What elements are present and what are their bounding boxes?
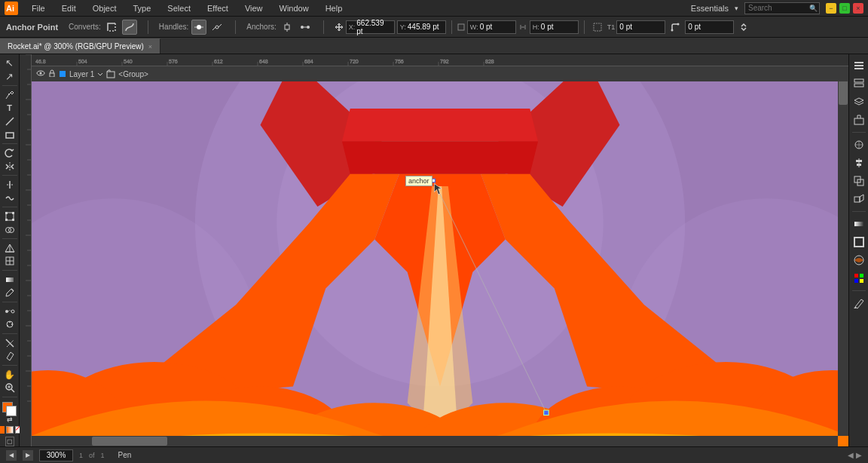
svg-rect-120: [854, 118, 863, 124]
menu-file[interactable]: File: [29, 2, 48, 14]
menu-effect[interactable]: Effect: [204, 2, 231, 14]
anchor-tool-btn[interactable]: [280, 20, 295, 35]
corner-btn[interactable]: [668, 20, 683, 35]
mesh-tool-btn[interactable]: [2, 256, 18, 268]
svg-line-6: [219, 24, 222, 27]
brushes-panel-btn[interactable]: [851, 295, 867, 311]
libraries-panel-btn[interactable]: [851, 75, 867, 92]
eyedropper-btn[interactable]: [2, 287, 18, 299]
zoom-input[interactable]: [39, 449, 73, 461]
swap-colors-btn[interactable]: ⇄: [7, 415, 13, 423]
tab-close-btn[interactable]: ×: [148, 43, 152, 51]
scrollbar-thumb-h[interactable]: [92, 437, 167, 446]
menu-object[interactable]: Object: [90, 2, 120, 14]
transform1-field[interactable]: 0 pt: [616, 20, 665, 34]
appearance-panel-btn[interactable]: [851, 136, 867, 153]
gradient-panel-btn[interactable]: [851, 216, 867, 232]
pen-tool-btn[interactable]: [2, 89, 18, 101]
menu-help[interactable]: Help: [322, 2, 346, 14]
stroke-swatch[interactable]: [6, 406, 17, 416]
type-tool-btn[interactable]: T: [2, 103, 18, 115]
handle-type1-btn[interactable]: [191, 20, 206, 35]
scroll-left-btn[interactable]: ◀: [848, 451, 854, 459]
svg-point-15: [671, 29, 674, 31]
workspace: ↖ ↗ T: [0, 54, 868, 446]
gradient-mode-btn[interactable]: [6, 426, 14, 434]
draw-mode-btn[interactable]: ▢: [5, 437, 14, 446]
nav-next-btn[interactable]: ▶: [23, 450, 33, 461]
y-coord-field[interactable]: Y: 445.89 pt: [397, 20, 446, 34]
svg-rect-116: [854, 65, 863, 66]
warp-tool-btn[interactable]: [2, 192, 18, 204]
menu-type[interactable]: Type: [130, 2, 154, 14]
search-input[interactable]: [744, 2, 820, 14]
color-panel-btn[interactable]: [851, 252, 867, 268]
canvas-area[interactable]: 46.8 504 540 576 612 648 684 720: [32, 54, 848, 446]
blend-tool-btn[interactable]: [2, 305, 18, 317]
free-transform-btn[interactable]: [2, 210, 18, 222]
menu-view[interactable]: View: [242, 2, 266, 14]
svg-rect-133: [854, 279, 858, 283]
move-icon: [335, 23, 344, 32]
align-panel-btn[interactable]: [851, 155, 867, 171]
maximize-button[interactable]: □: [839, 3, 850, 14]
nav-prev-btn[interactable]: ◀: [6, 450, 17, 461]
svg-point-10: [301, 26, 304, 29]
slice-btn[interactable]: [2, 337, 18, 349]
transform-panel-btn[interactable]: [851, 191, 867, 207]
eraser-btn[interactable]: [2, 351, 18, 363]
stroke-panel-btn[interactable]: [851, 234, 867, 250]
pathfinder-panel-btn[interactable]: [851, 173, 867, 189]
svg-text:756: 756: [395, 59, 404, 64]
width-tool-btn[interactable]: [2, 179, 18, 191]
swatches-panel-btn[interactable]: [851, 270, 867, 287]
rect-tool-btn[interactable]: [2, 129, 18, 141]
height-field[interactable]: H: 0 pt: [530, 20, 579, 34]
convert-corner-btn[interactable]: [104, 20, 119, 35]
close-button[interactable]: ×: [853, 3, 863, 14]
essentials-label[interactable]: Essentials: [691, 4, 729, 13]
panel-sep2: [852, 211, 866, 212]
menu-edit[interactable]: Edit: [59, 2, 79, 14]
rotate-tool-btn[interactable]: [2, 147, 18, 159]
menu-select[interactable]: Select: [164, 2, 194, 14]
x-coord-field[interactable]: X: 662.539 pt: [346, 20, 395, 34]
properties-panel-btn[interactable]: [851, 57, 867, 74]
reflect-tool-btn[interactable]: [2, 161, 18, 173]
anchor-connect-btn[interactable]: [298, 20, 313, 35]
hand-tool-btn[interactable]: ✋: [2, 369, 18, 381]
perspective-btn[interactable]: [2, 242, 18, 254]
vertical-scrollbar[interactable]: [838, 66, 848, 436]
document-tab[interactable]: Rocket.ai* @ 300% (RGB/GPU Preview) ×: [0, 38, 160, 54]
symbol-btn[interactable]: [2, 319, 18, 331]
layer-lock[interactable]: [48, 69, 56, 78]
gradient-tool-btn[interactable]: [2, 274, 18, 286]
direct-select-btn[interactable]: ↗: [2, 71, 18, 83]
menu-window[interactable]: Window: [277, 2, 312, 14]
color-mode-btn[interactable]: [0, 426, 5, 434]
layer-visibility-eye[interactable]: [36, 69, 45, 79]
minimize-button[interactable]: −: [826, 3, 836, 14]
horizontal-scrollbar[interactable]: [32, 436, 838, 446]
zoom-tool-btn[interactable]: [2, 382, 18, 394]
handle-type2-btn[interactable]: [209, 20, 225, 35]
essentials-dropdown-icon[interactable]: ▾: [735, 5, 738, 12]
assets-panel-btn[interactable]: [851, 112, 867, 128]
transform-options-btn[interactable]: [590, 20, 605, 35]
layers-panel-btn[interactable]: [851, 94, 867, 110]
y-coord-value: 445.89 pt: [408, 23, 439, 31]
expand-btn[interactable]: [736, 20, 751, 35]
select-tool-btn[interactable]: ↖: [2, 57, 18, 69]
svg-point-41: [7, 325, 8, 327]
convert-smooth-btn[interactable]: [122, 20, 137, 35]
svg-text:612: 612: [214, 59, 223, 64]
svg-text:576: 576: [169, 59, 178, 64]
line-tool-btn[interactable]: [2, 115, 18, 127]
svg-point-17: [8, 94, 10, 95]
width-field[interactable]: W: 0 pt: [467, 20, 516, 34]
canvas[interactable]: anchor: [32, 81, 848, 446]
shape-builder-btn[interactable]: [2, 224, 18, 236]
corner-field[interactable]: 0 pt: [685, 20, 734, 34]
scroll-right-btn[interactable]: ▶: [856, 451, 862, 459]
bottom-nav: ◀ ▶: [848, 451, 862, 459]
